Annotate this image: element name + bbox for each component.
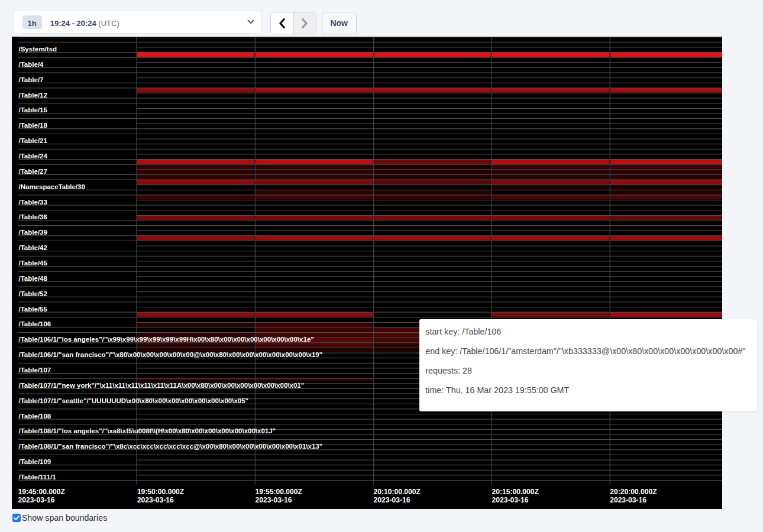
svg-text:/System/tsd: /System/tsd xyxy=(19,46,57,53)
svg-text:/Table/24: /Table/24 xyxy=(19,153,48,160)
svg-text:19:50:00.000Z: 19:50:00.000Z xyxy=(137,488,185,496)
svg-text:/Table/106/1/"san francisco"/": /Table/106/1/"san francisco"/"\x80\x00\x… xyxy=(19,351,323,358)
svg-text:20:20:00.000Z: 20:20:00.000Z xyxy=(610,488,657,496)
svg-text:/Table/107/1/"new york"/"\x11\: /Table/107/1/"new york"/"\x11\x11\x11\x1… xyxy=(19,382,305,389)
svg-text:2023-03-16: 2023-03-16 xyxy=(256,496,292,504)
svg-text:19:45:00.000Z: 19:45:00.000Z xyxy=(18,488,66,496)
svg-text:2023-03-16: 2023-03-16 xyxy=(374,496,410,504)
svg-text:/Table/109: /Table/109 xyxy=(19,458,51,465)
svg-text:2023-03-16: 2023-03-16 xyxy=(18,496,55,504)
svg-text:/Table/111/1: /Table/111/1 xyxy=(19,473,57,481)
svg-text:/NamespaceTable/30: /NamespaceTable/30 xyxy=(19,183,85,190)
svg-text:/Table/48: /Table/48 xyxy=(19,275,48,282)
svg-text:/Table/12: /Table/12 xyxy=(19,92,47,99)
svg-text:/Table/15: /Table/15 xyxy=(19,106,48,113)
svg-text:/Table/33: /Table/33 xyxy=(19,199,47,206)
svg-text:/Table/107: /Table/107 xyxy=(19,366,51,374)
svg-text:/Table/21: /Table/21 xyxy=(19,137,48,144)
svg-text:/Table/108/1/"san francisco"/": /Table/108/1/"san francisco"/"\x8c\xcc\x… xyxy=(19,443,323,450)
svg-text:/Table/108/1/"los angeles"/"\x: /Table/108/1/"los angeles"/"\xa8\xf5\u00… xyxy=(19,427,276,434)
svg-text:2023-03-16: 2023-03-16 xyxy=(610,496,646,504)
svg-text:/Table/27: /Table/27 xyxy=(19,168,47,175)
svg-text:/Table/52: /Table/52 xyxy=(19,290,47,297)
svg-text:/Table/108: /Table/108 xyxy=(19,413,51,420)
svg-text:/Table/18: /Table/18 xyxy=(19,122,48,129)
svg-text:/Table/4: /Table/4 xyxy=(19,61,44,68)
svg-text:/Table/36: /Table/36 xyxy=(19,213,47,220)
svg-text:/Table/55: /Table/55 xyxy=(19,306,48,313)
svg-text:20:10:00.000Z: 20:10:00.000Z xyxy=(374,488,421,496)
svg-text:/Table/42: /Table/42 xyxy=(19,244,47,251)
svg-text:/Table/45: /Table/45 xyxy=(19,259,48,267)
svg-text:/Table/106: /Table/106 xyxy=(19,320,51,327)
svg-text:19:55:00.000Z: 19:55:00.000Z xyxy=(256,488,303,496)
svg-text:2023-03-16: 2023-03-16 xyxy=(137,496,174,504)
svg-text:/Table/39: /Table/39 xyxy=(19,229,47,236)
svg-text:/Table/107/1/"seattle"/"UUUUUU: /Table/107/1/"seattle"/"UUUUUUD\x00\x80\… xyxy=(19,397,249,404)
svg-text:/Table/106/1/"los angeles"/"\x: /Table/106/1/"los angeles"/"\x99\x99\x99… xyxy=(19,336,314,343)
svg-text:2023-03-16: 2023-03-16 xyxy=(492,496,529,504)
svg-text:20:15:00.000Z: 20:15:00.000Z xyxy=(492,488,539,496)
svg-text:/Table/7: /Table/7 xyxy=(19,76,44,83)
